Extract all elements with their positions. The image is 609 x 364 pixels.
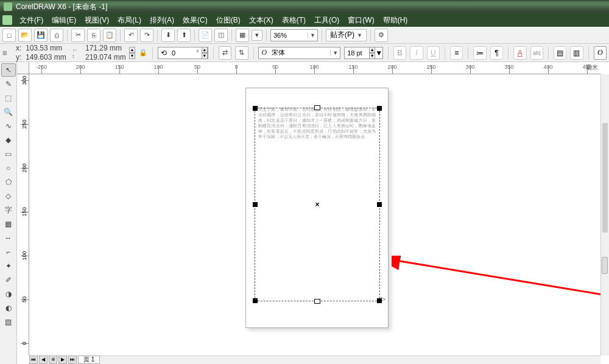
smart-fill-tool[interactable]: ◆: [1, 133, 16, 147]
freehand-tool[interactable]: ∿: [1, 119, 16, 133]
font-dropdown-icon[interactable]: ▼: [330, 50, 340, 56]
font-size-input[interactable]: [345, 49, 369, 57]
size-spinner[interactable]: ▲▼: [129, 47, 135, 59]
bold-button[interactable]: B: [393, 46, 406, 60]
last-page-button[interactable]: ⏭: [68, 355, 77, 364]
open-button[interactable]: 📂: [18, 29, 32, 42]
menu-edit[interactable]: 编辑(E): [48, 14, 80, 27]
redo-button[interactable]: ↷: [140, 29, 153, 42]
font-input[interactable]: [269, 49, 330, 57]
undo-button[interactable]: ↶: [124, 29, 138, 42]
font-size-dropdown-icon[interactable]: ▼: [375, 49, 382, 57]
publish-button[interactable]: 📄: [199, 29, 212, 42]
handle-top-mid[interactable]: [314, 105, 320, 110]
y-value[interactable]: 149.603 mm: [26, 53, 68, 61]
snap-dropdown[interactable]: 贴齐(P) ▼: [326, 29, 367, 41]
menu-table[interactable]: 表格(T): [278, 14, 309, 27]
bullet-button[interactable]: ≔: [473, 46, 486, 60]
zoom-level[interactable]: ▼: [270, 29, 318, 41]
menu-view[interactable]: 视图(V): [81, 14, 113, 27]
x-value[interactable]: 103.53 mm: [26, 44, 68, 52]
vertical-ruler[interactable]: 300250200150100500: [17, 74, 29, 355]
menu-bitmap[interactable]: 位图(B): [213, 14, 244, 27]
add-page-button[interactable]: ⊕: [49, 355, 57, 364]
options-button[interactable]: ⚙: [375, 29, 388, 42]
zoom-input[interactable]: [271, 32, 308, 39]
handle-bottom-left[interactable]: [253, 298, 258, 303]
cut-button[interactable]: ✂: [71, 29, 85, 42]
text-options-button[interactable]: O: [594, 46, 607, 60]
save-button[interactable]: 💾: [34, 29, 48, 42]
underline-button[interactable]: U: [427, 46, 440, 60]
connector-tool[interactable]: ⌐: [1, 245, 16, 259]
handle-mid-left[interactable]: [253, 202, 258, 207]
dimension-tool[interactable]: ↔: [1, 231, 16, 245]
menu-layout[interactable]: 布局(L): [114, 14, 145, 27]
rotation-spinner[interactable]: ▲▼: [202, 47, 208, 59]
rectangle-tool[interactable]: ▭: [1, 147, 16, 161]
handle-mid-right[interactable]: [377, 202, 382, 207]
menu-file[interactable]: 文件(F): [16, 14, 47, 27]
handle-top-left[interactable]: [253, 106, 258, 111]
italic-button[interactable]: I: [410, 46, 423, 60]
ellipse-tool[interactable]: ○: [1, 161, 16, 175]
selection-box[interactable]: × ▷: [255, 108, 380, 301]
edit-text-button[interactable]: ab|: [530, 46, 543, 60]
dropcap-button[interactable]: ¶: [490, 46, 503, 60]
text-overflow-icon[interactable]: ▷: [381, 296, 385, 302]
interactive-tool[interactable]: ✦: [1, 259, 16, 273]
eyedropper-tool[interactable]: ✐: [1, 273, 16, 287]
font-family-select[interactable]: O ▼: [258, 47, 340, 59]
mirror-v-button[interactable]: ⇅: [235, 46, 248, 60]
menu-text[interactable]: 文本(X): [245, 14, 277, 27]
menu-help[interactable]: 帮助(H): [379, 14, 412, 27]
shape-tool[interactable]: ✎: [1, 77, 16, 91]
width-value[interactable]: 171.29 mm: [85, 44, 128, 52]
vertical-scrollbar[interactable]: [600, 74, 609, 355]
horizontal-scrollbar[interactable]: ⏮ ◀ ⊕ ▶ ⏭ 页 1: [29, 355, 600, 364]
table-tool[interactable]: ▦: [1, 217, 16, 231]
scrollbar-thumb[interactable]: [602, 123, 608, 233]
horizontal-ruler[interactable]: -250200150100500501001502002503003504004…: [29, 62, 600, 74]
new-button[interactable]: □: [2, 29, 16, 42]
columns-button[interactable]: ▥: [570, 46, 583, 60]
crop-tool[interactable]: ⬚: [1, 91, 16, 105]
menu-effects[interactable]: 效果(C): [179, 14, 211, 27]
export-button[interactable]: ⬆: [177, 29, 191, 42]
zoom-dropdown-icon[interactable]: ▼: [308, 32, 317, 38]
font-size-spinner[interactable]: ▲▼: [369, 47, 375, 59]
char-format-button[interactable]: A: [513, 46, 526, 60]
prev-page-button[interactable]: ◀: [39, 355, 48, 364]
text-direction-button[interactable]: ▤: [554, 46, 566, 60]
lock-ratio-icon[interactable]: 🔒: [139, 46, 147, 60]
menu-tools[interactable]: 工具(O): [311, 14, 343, 27]
app-launcher-button[interactable]: ▦: [236, 29, 249, 42]
next-page-button[interactable]: ▶: [58, 355, 67, 364]
mirror-h-button[interactable]: ⇄: [219, 46, 231, 60]
print-button[interactable]: ⎙: [50, 29, 63, 42]
height-value[interactable]: 219.074 mm: [85, 53, 128, 61]
rotation-field[interactable]: ⟲ ° ▲▼: [158, 47, 208, 59]
text-align-button[interactable]: ≡: [450, 46, 463, 60]
docker-handle[interactable]: [602, 257, 608, 274]
interactive-fill-tool[interactable]: ▧: [1, 315, 16, 329]
outline-tool[interactable]: ◑: [1, 287, 16, 301]
import-button[interactable]: ⬇: [161, 29, 175, 42]
first-page-button[interactable]: ⏮: [29, 355, 38, 364]
page-tab[interactable]: 页 1: [78, 355, 100, 364]
handle-bottom-mid[interactable]: [314, 299, 320, 304]
rotation-input[interactable]: [169, 49, 194, 57]
paste-button[interactable]: 📋: [103, 29, 116, 42]
menu-window[interactable]: 窗口(W): [344, 14, 378, 27]
zoom-tool[interactable]: 🔍: [1, 105, 16, 119]
market-button[interactable]: ◫: [214, 29, 228, 42]
pick-tool[interactable]: ↖: [1, 63, 16, 77]
copy-button[interactable]: ⎘: [87, 29, 100, 42]
menu-arrange[interactable]: 排列(A): [146, 14, 178, 27]
basic-shapes-tool[interactable]: ◇: [1, 189, 16, 203]
launcher-dropdown[interactable]: ▾: [252, 30, 262, 41]
polygon-tool[interactable]: ⬠: [1, 175, 16, 189]
text-tool[interactable]: 字: [1, 203, 16, 217]
ruler-origin[interactable]: [17, 62, 29, 74]
workspace[interactable]: 天生于斯，暂留不能；百时期短；自持别意，奈情益新乐，要去得难理；让得有日过去日，…: [29, 74, 600, 355]
